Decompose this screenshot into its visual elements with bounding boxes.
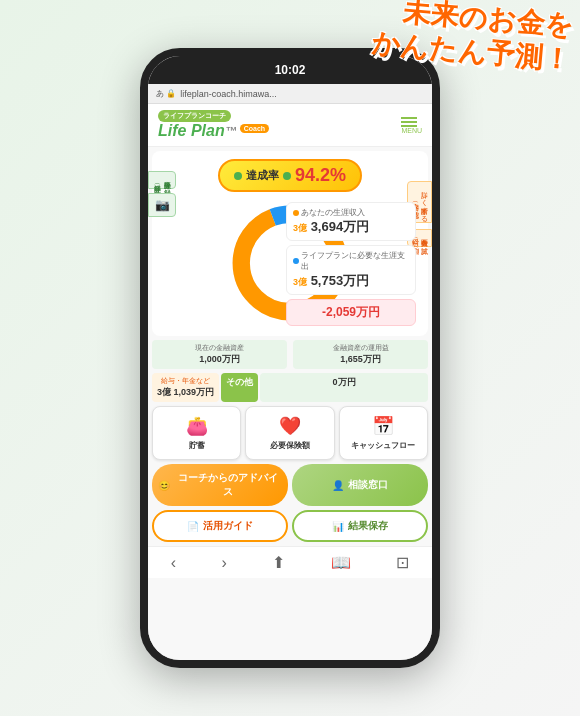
expense-info-box: ライフプランに必要な生涯支出 3億 5,753万円 — [286, 245, 416, 295]
stat-other-label: その他 — [221, 373, 258, 402]
stat-pension: 給与・年金など 3億 1,039万円 — [152, 373, 219, 402]
insurance-icon: ❤️ — [250, 415, 329, 437]
stat-other-value: 0万円 — [260, 373, 428, 402]
chart-info-panel: あなたの生涯収入 3億 3,694万円 ライフプランに必要な生涯支出 — [286, 202, 416, 326]
lock-icon: あ 🔒 — [156, 88, 176, 99]
income-dot — [293, 210, 299, 216]
deficit-box: -2,059万円 — [286, 299, 416, 326]
expense-dot — [293, 258, 299, 264]
quick-actions: 👛 貯蓄 ❤️ 必要保険額 📅 キャッシュフロー — [152, 406, 428, 460]
logo-coach-badge: Coach — [240, 124, 269, 133]
stat-current-assets: 現在の金融資産 1,000万円 — [152, 340, 287, 369]
achievement-dot — [234, 172, 242, 180]
achievement-dot2 — [283, 172, 291, 180]
action-savings[interactable]: 👛 貯蓄 — [152, 406, 241, 460]
cashflow-icon: 📅 — [344, 415, 423, 437]
savings-icon: 👛 — [157, 415, 236, 437]
achievement-badge: 達成率 94.2% — [218, 159, 362, 192]
action-cashflow[interactable]: 📅 キャッシュフロー — [339, 406, 428, 460]
background: 未来のお金を かんたん予測！ 10:02 あ 🔒 lifeplan-coach.… — [0, 0, 580, 716]
consultation-button[interactable]: 👤 相談窓口 — [292, 464, 428, 506]
nav-share[interactable]: ⬆ — [272, 553, 285, 572]
nav-tabs[interactable]: ⊡ — [396, 553, 409, 572]
phone-nav: ‹ › ⬆ 📖 ⊡ — [148, 546, 432, 578]
advice-label: コーチからのアドバイス — [174, 471, 282, 499]
guide-button[interactable]: 📄 活用ガイド — [152, 510, 288, 542]
income-info-box: あなたの生涯収入 3億 3,694万円 — [286, 202, 416, 241]
nav-back[interactable]: ‹ — [171, 554, 176, 572]
savings-label: 貯蓄 — [157, 440, 236, 451]
achievement-percent: 94.2% — [295, 165, 346, 186]
consultation-label: 相談窓口 — [348, 478, 388, 492]
income-title: あなたの生涯収入 — [293, 207, 409, 218]
stats-row2: 給与・年金など 3億 1,039万円 その他 0万円 — [152, 373, 428, 402]
income-value: 3億 3,694万円 — [293, 218, 409, 236]
guide-icon: 📄 — [187, 521, 199, 532]
save-icon: 📊 — [332, 521, 344, 532]
nav-bookmarks[interactable]: 📖 — [331, 553, 351, 572]
chart-area: あなたの生涯収入 3億 3,694万円 ライフプランに必要な生涯支出 — [160, 198, 420, 328]
expense-title: ライフプランに必要な生涯支出 — [293, 250, 409, 272]
logo-text: Life Plan ™ — [158, 122, 238, 140]
expense-value: 3億 5,753万円 — [293, 272, 409, 290]
nav-forward[interactable]: › — [222, 554, 227, 572]
corner-tag-text: 未来のお金を かんたん予測！ — [370, 0, 575, 77]
save-button[interactable]: 📊 結果保存 — [292, 510, 428, 542]
side-tab-insurance[interactable]: 保険証券を登録（証券登録） — [148, 171, 176, 189]
advice-button[interactable]: 😊 コーチからのアドバイス — [152, 464, 288, 506]
status-time: 10:02 — [275, 63, 306, 77]
bottom-actions: 😊 コーチからのアドバイス 👤 相談窓口 📄 活用ガイド 📊 結果保存 — [152, 464, 428, 542]
guide-label: 活用ガイド — [203, 519, 253, 533]
stats-row1: 現在の金融資産 1,000万円 金融資産の運用益 1,655万円 — [152, 340, 428, 369]
url-text: lifeplan-coach.himawa... — [180, 89, 277, 99]
corner-tag: 未来のお金を かんたん予測！ — [360, 0, 580, 180]
stat-investment-benefit: 金融資産の運用益 1,655万円 — [293, 340, 428, 369]
logo-area: ライフプランコーチ Life Plan ™ Coach — [158, 110, 269, 140]
save-label: 結果保存 — [348, 519, 388, 533]
consultation-icon: 👤 — [332, 480, 344, 491]
logo-badge: ライフプランコーチ — [158, 110, 231, 122]
insurance-label: 必要保険額 — [250, 440, 329, 451]
cashflow-label: キャッシュフロー — [344, 440, 423, 451]
achievement-label: 達成率 — [246, 168, 279, 183]
action-insurance[interactable]: ❤️ 必要保険額 — [245, 406, 334, 460]
advice-icon: 😊 — [158, 480, 170, 491]
